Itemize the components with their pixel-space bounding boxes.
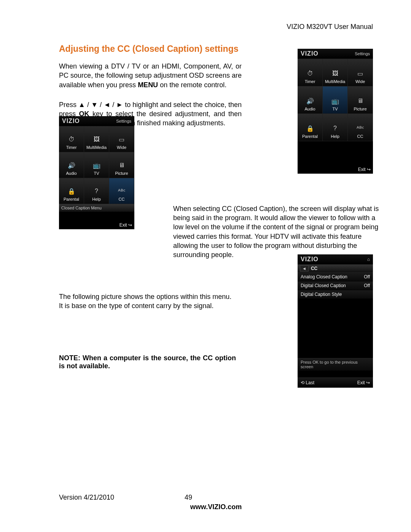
cc-option-row[interactable]: Digital Caption Style (298, 290, 373, 299)
cc-explain-paragraph: When selecting CC (Closed Caption), the … (173, 204, 386, 260)
osd-cell-multimedia[interactable]: 🖼MultiMedia (84, 126, 109, 152)
picture-icon: 🖥 (355, 97, 365, 105)
osd-cell-label: Timer (305, 79, 315, 84)
osd-cell-tv[interactable]: 📺TV (323, 86, 348, 113)
osd-cell-label: CC (119, 197, 125, 201)
help-icon: ? (330, 124, 340, 133)
cc-option-row[interactable]: Analog Closed CaptionOff (298, 273, 373, 281)
timer-icon: ⏱ (67, 135, 76, 144)
osd-cell-label: Wide (355, 79, 365, 84)
osd-cell-label: Wide (117, 145, 126, 150)
cc-option-label: Analog Closed Caption (301, 274, 347, 280)
footer-version: Version 4/21/2010 (59, 494, 185, 502)
osd-cell-label: Picture (354, 107, 366, 111)
footer-page-number: 49 (185, 494, 192, 502)
cc-option-row[interactable]: Digital Closed CaptionOff (298, 281, 373, 290)
cc-option-value: Off (364, 283, 370, 288)
timer-icon: ⏱ (305, 69, 315, 78)
osd-exit-small[interactable]: Exit ↪ (59, 221, 134, 229)
back-arrow-icon[interactable]: ◄ (300, 265, 309, 272)
vizio-logo: VIZIO (301, 50, 319, 57)
osd-cell-picture[interactable]: 🖥Picture (348, 86, 373, 113)
wide-icon: ▭ (355, 69, 365, 78)
multimedia-icon: 🖼 (92, 135, 102, 144)
parental-icon: 🔒 (67, 187, 76, 195)
osd-cell-label: Help (331, 134, 339, 139)
tv-icon: 📺 (330, 97, 340, 105)
osd-cell-multimedia[interactable]: 🖼MultiMedia (323, 59, 348, 86)
options-paragraph: The following picture shows the options … (59, 292, 236, 311)
osd-cell-label: TV (94, 171, 99, 176)
osd-cc-panel: VIZIO ⌂ ◄ CC Analog Closed CaptionOffDig… (298, 254, 373, 388)
cc-submenu-label: Closed Caption Menu (59, 204, 134, 212)
cc-option-label: Digital Caption Style (301, 292, 342, 297)
settings-label: Settings (116, 119, 131, 123)
audio-icon: 🔊 (305, 97, 315, 105)
osd-cell-label: Picture (115, 171, 128, 176)
intro-paragraph-1: When viewing a DTV / TV or an HDMI, Comp… (59, 62, 242, 89)
settings-label: Settings (355, 51, 370, 56)
osd-cell-label: Audio (66, 171, 76, 176)
vizio-logo: VIZIO (301, 256, 319, 263)
help-icon: ? (92, 187, 102, 195)
osd-cell-wide[interactable]: ▭Wide (348, 59, 373, 86)
osd-cell-tv[interactable]: 📺TV (84, 152, 109, 178)
intro-1-menu: MENU (138, 81, 158, 89)
picture-icon: 🖥 (117, 161, 127, 169)
osd-cell-label: MultiMedia (86, 145, 107, 150)
audio-icon: 🔊 (67, 161, 76, 169)
parental-icon: 🔒 (305, 124, 315, 133)
osd-cell-label: MultiMedia (325, 79, 345, 84)
osd-cell-help[interactable]: ?Help (84, 178, 109, 204)
page-footer: Version 4/21/2010 49 www.VIZIO.com (59, 494, 373, 511)
footer-url: www.VIZIO.com (59, 503, 373, 511)
osd-cell-label: Audio (304, 107, 315, 111)
osd-cell-cc[interactable]: ᴬᴮᶜCC (109, 178, 134, 204)
osd-cell-label: TV (332, 107, 338, 111)
tv-icon: 📺 (92, 161, 102, 169)
osd-cell-parental[interactable]: 🔒Parental (59, 178, 84, 204)
osd-cell-parental[interactable]: 🔒Parental (298, 113, 323, 141)
cc-last-button[interactable]: ⟲ Last (301, 380, 314, 385)
osd-cell-help[interactable]: ?Help (323, 113, 348, 141)
cc-hint: Press OK to go to the previous screen (298, 358, 373, 371)
cc-option-label: Digital Closed Caption (301, 283, 346, 288)
osd-settings-panel-large: VIZIO Settings ⏱Timer🖼MultiMedia▭Wide🔊Au… (298, 49, 373, 174)
cc-icon: ᴬᴮᶜ (117, 187, 127, 195)
multimedia-icon: 🖼 (330, 69, 340, 78)
osd-exit-large[interactable]: Exit ↪ (298, 165, 373, 174)
note-paragraph: NOTE: When a computer is the source, the… (59, 354, 236, 370)
osd-cell-cc[interactable]: ᴬᴮᶜCC (348, 113, 373, 141)
osd-cell-audio[interactable]: 🔊Audio (298, 86, 323, 113)
osd-cell-label: Parental (64, 197, 79, 201)
osd-cell-label: Help (92, 197, 101, 201)
cc-breadcrumb: CC (311, 266, 317, 271)
home-icon[interactable]: ⌂ (367, 257, 370, 262)
osd-cell-timer[interactable]: ⏱Timer (59, 126, 84, 152)
osd-cell-timer[interactable]: ⏱Timer (298, 59, 323, 86)
osd-cell-audio[interactable]: 🔊Audio (59, 152, 84, 178)
osd-cell-picture[interactable]: 🖥Picture (109, 152, 134, 178)
osd-cell-wide[interactable]: ▭Wide (109, 126, 134, 152)
cc-option-value: Off (364, 274, 370, 280)
osd-cell-label: CC (357, 134, 363, 139)
cc-icon: ᴬᴮᶜ (355, 124, 365, 133)
intro-1-b: on the remote control. (158, 81, 226, 89)
vizio-logo: VIZIO (62, 118, 80, 125)
manual-header: VIZIO M320VT User Manual (287, 23, 373, 31)
osd-cell-label: Timer (66, 145, 77, 150)
osd-cell-label: Parental (302, 134, 318, 139)
osd-settings-panel-small: VIZIO Settings ⏱Timer🖼MultiMedia▭Wide🔊Au… (59, 116, 134, 229)
cc-exit-button[interactable]: Exit ↪ (357, 380, 370, 385)
wide-icon: ▭ (117, 135, 127, 144)
